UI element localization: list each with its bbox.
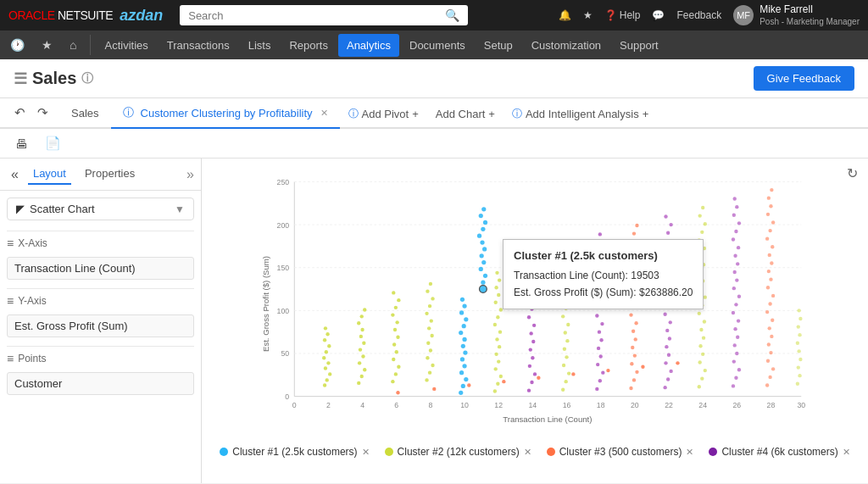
x-axis-value[interactable]: Transaction Line (Count): [7, 257, 194, 280]
chat-icon[interactable]: 💬: [652, 9, 665, 21]
nav-activities[interactable]: Activities: [96, 34, 156, 57]
y-axis-header: ≡ Y-Axis: [7, 288, 194, 311]
svg-point-126: [496, 315, 499, 319]
svg-point-128: [494, 301, 498, 304]
user-menu[interactable]: MF Mike Farrell Posh - Marketing Manager: [733, 3, 860, 27]
svg-point-123: [495, 337, 498, 341]
history-icon[interactable]: 🕐: [5, 35, 30, 55]
svg-point-259: [732, 359, 736, 363]
legend-close-cluster2[interactable]: ✕: [524, 447, 531, 458]
svg-point-103: [480, 286, 487, 293]
search-container[interactable]: 🔍: [180, 5, 468, 25]
nav-customization[interactable]: Customization: [523, 34, 609, 57]
svg-point-134: [530, 381, 533, 384]
user-name: Mike Farrell: [760, 3, 813, 15]
legend-cluster3[interactable]: Cluster #3 (500 customers) ✕: [547, 446, 694, 458]
legend-cluster2[interactable]: Cluster #2 (12k customers) ✕: [385, 446, 531, 458]
nav-setup[interactable]: Setup: [476, 34, 521, 57]
svg-point-136: [528, 364, 531, 368]
svg-point-91: [459, 370, 464, 375]
nav-lists[interactable]: Lists: [240, 34, 280, 57]
svg-point-196: [634, 337, 637, 341]
legend-cluster4[interactable]: Cluster #4 (6k customers) ✕: [709, 446, 849, 458]
favorites-icon[interactable]: ★: [36, 35, 58, 55]
tab-customer-clustering[interactable]: ⓘ Customer Clustering by Profitability ✕: [111, 98, 340, 129]
nav-documents[interactable]: Documents: [401, 34, 474, 57]
svg-point-73: [430, 319, 433, 322]
svg-point-101: [462, 304, 466, 309]
svg-point-212: [666, 377, 670, 381]
svg-point-97: [459, 331, 463, 335]
info-icon-pivot: ⓘ: [348, 107, 359, 121]
sidebar-expand-button[interactable]: «: [7, 165, 23, 184]
main-content: « Layout Properties » ◤ Scatter Chart ▼: [0, 159, 868, 483]
svg-point-117: [496, 382, 499, 386]
points-value[interactable]: Customer: [7, 372, 194, 395]
svg-point-88: [459, 391, 463, 395]
notifications-icon[interactable]: 🔔: [559, 9, 571, 21]
print-button[interactable]: 🖶: [10, 134, 33, 153]
svg-text:14: 14: [529, 401, 537, 409]
add-pivot-button[interactable]: ⓘ Add Pivot +: [340, 100, 427, 128]
svg-point-82: [502, 380, 505, 383]
nav-analytics[interactable]: Analytics: [338, 34, 399, 57]
star-icon[interactable]: ★: [583, 9, 593, 21]
legend-close-cluster4[interactable]: ✕: [843, 447, 850, 458]
menu-toggle[interactable]: ☰: [14, 70, 27, 88]
legend-label-cluster1: Cluster #1 (2.5k customers): [232, 446, 357, 458]
legend-close-cluster1[interactable]: ✕: [362, 447, 370, 458]
svg-point-192: [635, 370, 638, 374]
tab-layout[interactable]: Layout: [28, 164, 71, 185]
svg-point-263: [733, 327, 737, 331]
svg-point-61: [391, 313, 394, 316]
tooltip-title: Cluster #1 (2.5k customers): [514, 247, 693, 265]
feedback-button[interactable]: Feedback: [676, 9, 721, 21]
tab-sales[interactable]: Sales: [59, 100, 111, 128]
export-button[interactable]: 📄: [40, 133, 66, 153]
svg-point-122: [498, 345, 501, 348]
legend-cluster1[interactable]: Cluster #1 (2.5k customers) ✕: [220, 446, 369, 458]
svg-point-255: [701, 206, 704, 209]
sidebar-tab-group: Layout Properties: [28, 164, 140, 185]
sidebar-body: ◤ Scatter Chart ▼ ≡ X-Axis Transaction L…: [0, 191, 201, 483]
redo-button[interactable]: ↷: [33, 103, 53, 122]
svg-point-275: [734, 230, 737, 233]
y-axis-value[interactable]: Est. Gross Profit (Sum): [7, 314, 194, 337]
help-icon[interactable]: ❓ Help: [604, 9, 641, 21]
svg-point-191: [632, 378, 636, 381]
svg-text:4: 4: [360, 401, 364, 409]
tab-close-button[interactable]: ✕: [320, 108, 328, 119]
nav-reports[interactable]: Reports: [281, 34, 337, 57]
tab-bar: ↶ ↷ Sales ⓘ Customer Clustering by Profi…: [0, 98, 868, 129]
svg-point-118: [499, 375, 503, 378]
svg-point-90: [464, 377, 468, 381]
legend-close-cluster3[interactable]: ✕: [686, 447, 693, 458]
undo-button[interactable]: ↶: [10, 103, 30, 122]
svg-text:18: 18: [597, 401, 605, 409]
sidebar-collapse-button[interactable]: »: [186, 167, 194, 182]
search-input[interactable]: [188, 9, 445, 22]
home-icon[interactable]: ⌂: [64, 35, 81, 55]
svg-point-238: [698, 344, 702, 348]
chart-type-selector[interactable]: ◤ Scatter Chart ▼: [7, 197, 194, 220]
svg-point-232: [664, 214, 667, 218]
svg-point-70: [426, 342, 430, 345]
svg-point-173: [596, 363, 599, 366]
give-feedback-button[interactable]: Give Feedback: [754, 66, 854, 91]
svg-point-178: [600, 322, 604, 325]
nav-transactions[interactable]: Transactions: [159, 34, 238, 57]
add-intelligent-analysis-button[interactable]: ⓘ Add Intelligent Analysis +: [504, 100, 657, 128]
svg-point-177: [598, 330, 601, 333]
info-icon[interactable]: ⓘ: [81, 71, 93, 86]
add-chart-button[interactable]: Add Chart +: [427, 101, 504, 127]
svg-point-236: [698, 360, 701, 364]
svg-point-152: [564, 380, 567, 383]
refresh-button[interactable]: ↻: [847, 165, 858, 181]
tab-properties[interactable]: Properties: [80, 164, 140, 185]
svg-point-269: [735, 278, 738, 281]
svg-point-38: [326, 332, 329, 336]
svg-point-53: [394, 372, 398, 376]
svg-point-35: [325, 350, 328, 353]
svg-point-278: [735, 205, 738, 209]
nav-support[interactable]: Support: [611, 34, 667, 57]
